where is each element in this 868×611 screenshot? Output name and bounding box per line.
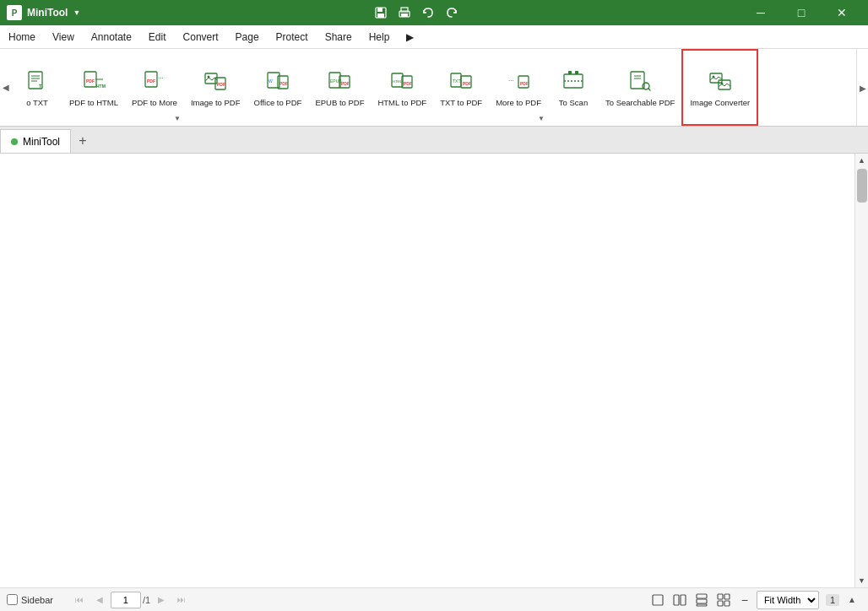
- ribbon-tool-html-to-pdf[interactable]: HTMLPDFHTML to PDF: [371, 49, 433, 126]
- menu-item-help[interactable]: Help: [361, 25, 399, 48]
- svg-rect-61: [724, 594, 730, 599]
- vertical-scrollbar[interactable]: ▲ ▼: [854, 154, 868, 587]
- add-tab-button[interactable]: +: [71, 129, 95, 153]
- title-bar: P MiniTool ▼ ─ □ ✕: [0, 0, 868, 25]
- last-page-button[interactable]: ⏭: [172, 591, 191, 609]
- ribbon-tool-to-scan[interactable]: To Scan: [548, 49, 599, 126]
- tab-bar: MiniTool +: [0, 127, 868, 154]
- ribbon-tool-office-to-pdf[interactable]: WPDFOffice to PDF: [247, 49, 309, 126]
- total-pages: /1: [143, 595, 150, 605]
- zoom-out-button[interactable]: −: [736, 592, 753, 608]
- to-txt-label: o TXT: [26, 98, 48, 107]
- ribbon-scroll-right[interactable]: ▶: [856, 49, 868, 127]
- zoom-select[interactable]: Fit WidthFit Page50%75%100%125%150%200%: [757, 591, 819, 609]
- sidebar-checkbox[interactable]: [7, 594, 18, 605]
- current-page-input[interactable]: [111, 592, 141, 608]
- svg-rect-56: [681, 595, 686, 605]
- svg-text:···: ···: [508, 77, 514, 84]
- app-logo: P: [7, 5, 22, 20]
- menu-item-protect[interactable]: Protect: [268, 25, 317, 48]
- ribbon-tool-image-to-pdf[interactable]: PDFImage to PDF: [184, 49, 247, 126]
- html-to-pdf-icon: HTMLPDF: [388, 68, 415, 95]
- save-button[interactable]: [372, 3, 390, 22]
- ribbon-tool-epub-to-pdf[interactable]: EPUBPDFEPUB to PDF: [308, 49, 371, 126]
- collapse-panel-button[interactable]: ▲: [843, 591, 861, 609]
- svg-text:PDF: PDF: [147, 78, 155, 84]
- image-to-pdf-label: Image to PDF: [191, 98, 241, 107]
- redo-button[interactable]: [442, 3, 461, 22]
- svg-rect-58: [697, 599, 707, 603]
- app-dropdown-arrow[interactable]: ▼: [73, 8, 80, 17]
- more-to-pdf-dropdown-arrow: ▼: [538, 115, 545, 122]
- scroll-track[interactable]: [855, 167, 868, 574]
- to-scan-label: To Scan: [559, 98, 588, 107]
- document-tab[interactable]: MiniTool: [0, 129, 71, 153]
- menu-item-edit[interactable]: Edit: [140, 25, 175, 48]
- page-view-continuous-button[interactable]: [692, 591, 711, 609]
- svg-rect-5: [401, 14, 408, 17]
- scroll-thumb[interactable]: [857, 169, 867, 203]
- scroll-up-arrow[interactable]: ▲: [855, 154, 869, 167]
- image-converter-label: Image Converter: [690, 98, 750, 107]
- ribbon-tool-txt-to-pdf[interactable]: TXTPDFTXT to PDF: [433, 49, 489, 126]
- txt-to-pdf-label: TXT to PDF: [440, 98, 482, 107]
- tab-label: MiniTool: [23, 136, 60, 148]
- menu-item-home[interactable]: Home: [0, 25, 44, 48]
- page-view-double-button[interactable]: [670, 591, 689, 609]
- svg-text:PDF: PDF: [404, 81, 412, 86]
- ribbon: ◀ To TXTPDFHTMLPDF to HTMLPDF···PDF to M…: [0, 49, 868, 127]
- menu-item-convert[interactable]: Convert: [175, 25, 227, 48]
- sidebar-toggle[interactable]: Sidebar: [7, 594, 53, 605]
- svg-text:···: ···: [158, 74, 164, 82]
- close-button[interactable]: ✕: [822, 0, 861, 25]
- ribbon-tool-to-searchable-pdf[interactable]: To Searchable PDF: [599, 49, 681, 126]
- undo-button[interactable]: [419, 3, 437, 22]
- svg-rect-55: [674, 595, 679, 605]
- html-to-pdf-label: HTML to PDF: [377, 98, 426, 107]
- ribbon-tool-more-to-pdf[interactable]: ···PDFMore to PDF▼: [489, 49, 548, 126]
- svg-text:T: T: [39, 84, 42, 89]
- to-searchable-pdf-label: To Searchable PDF: [605, 98, 675, 107]
- first-page-button[interactable]: ⏮: [70, 591, 89, 609]
- svg-rect-41: [564, 74, 583, 88]
- svg-text:PDF: PDF: [217, 82, 225, 87]
- scroll-down-arrow[interactable]: ▼: [855, 574, 869, 587]
- menu-item-share[interactable]: Share: [317, 25, 361, 48]
- page-count-badge: 1: [826, 594, 839, 606]
- office-to-pdf-label: Office to PDF: [254, 98, 302, 107]
- svg-text:PDF: PDF: [279, 81, 288, 86]
- sidebar-label: Sidebar: [21, 595, 53, 605]
- svg-rect-60: [718, 594, 723, 599]
- pdf-to-more-icon: PDF···: [141, 68, 168, 95]
- menu-item-page[interactable]: Page: [227, 25, 268, 48]
- page-view-grid-button[interactable]: [714, 591, 733, 609]
- ribbon-tool-pdf-to-html[interactable]: PDFHTMLPDF to HTML: [62, 49, 125, 126]
- menu-item-annotate[interactable]: Annotate: [83, 25, 140, 48]
- print-button[interactable]: [395, 3, 414, 22]
- status-right-controls: − Fit WidthFit Page50%75%100%125%150%200…: [648, 591, 861, 609]
- ribbon-tool-to-txt[interactable]: To TXT: [12, 49, 62, 126]
- svg-text:PDF: PDF: [520, 81, 529, 86]
- menu-item-view[interactable]: View: [44, 25, 83, 48]
- pdf-to-more-label: PDF to More: [132, 98, 177, 107]
- svg-text:PDF: PDF: [341, 81, 350, 86]
- menu-item-[interactable]: ▶: [398, 25, 422, 48]
- maximize-button[interactable]: □: [782, 0, 821, 25]
- ribbon-scroll-left[interactable]: ◀: [0, 49, 12, 126]
- prev-page-button[interactable]: ◀: [90, 591, 109, 609]
- image-converter-icon: [707, 68, 734, 95]
- pdf-to-more-dropdown-arrow: ▼: [174, 115, 181, 122]
- document-area: ▲ ▼: [0, 154, 868, 587]
- minimize-button[interactable]: ─: [741, 0, 780, 25]
- epub-to-pdf-label: EPUB to PDF: [315, 98, 364, 107]
- ribbon-tool-image-converter[interactable]: Image Converter: [681, 49, 758, 126]
- pdf-to-html-label: PDF to HTML: [69, 98, 118, 107]
- svg-text:TXT: TXT: [453, 78, 460, 84]
- document-content[interactable]: [0, 154, 854, 587]
- ribbon-tool-pdf-to-more[interactable]: PDF···PDF to More▼: [125, 49, 184, 126]
- next-page-button[interactable]: ▶: [152, 591, 171, 609]
- app-name: MiniTool: [27, 7, 68, 19]
- more-to-pdf-icon: ···PDF: [505, 68, 532, 95]
- svg-rect-59: [697, 604, 707, 606]
- page-view-single-button[interactable]: [648, 591, 667, 609]
